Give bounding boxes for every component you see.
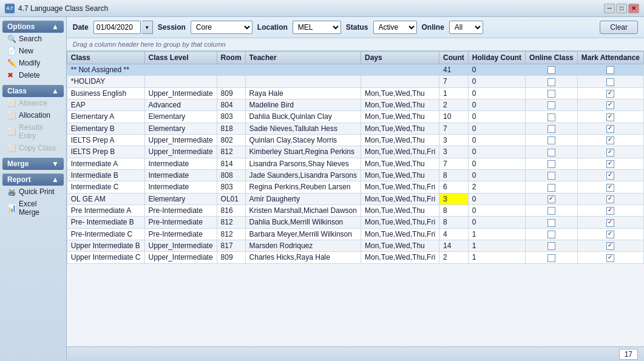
merge-header[interactable]: Merge ▼ — [2, 158, 64, 170]
sidebar-item-delete[interactable]: ✖ Delete — [2, 69, 64, 81]
table-row[interactable]: Pre- Intermediate BPre-Intermediate812Da… — [67, 217, 643, 228]
cell-online[interactable] — [526, 64, 578, 76]
sidebar-item-quickprint[interactable]: 🖨️ Quick Print — [2, 186, 64, 198]
session-select[interactable]: Core — [191, 21, 253, 34]
sidebar-item-search[interactable]: 🔍 Search — [2, 33, 64, 45]
options-header[interactable]: Options ▲ — [2, 21, 64, 33]
col-teacher[interactable]: Teacher — [245, 52, 361, 64]
cell-online[interactable] — [526, 111, 578, 123]
online-checkbox[interactable] — [547, 90, 555, 98]
cell-mark[interactable] — [577, 123, 643, 134]
cell-mark[interactable] — [577, 99, 643, 110]
cell-mark[interactable] — [577, 111, 643, 123]
minimize-button[interactable]: ─ — [604, 4, 615, 13]
location-select[interactable]: MEL — [293, 21, 341, 34]
table-row[interactable]: Elementary AElementary803Dahlia Buck,Qui… — [67, 111, 643, 123]
online-checkbox[interactable] — [547, 125, 555, 133]
cell-online[interactable] — [526, 204, 578, 216]
cell-mark[interactable] — [577, 217, 643, 228]
table-row[interactable]: Upper Intermediate BUpper_Intermediate81… — [67, 240, 643, 251]
cell-mark[interactable] — [577, 252, 643, 263]
col-room[interactable]: Room — [217, 52, 245, 64]
mark-checkbox[interactable] — [606, 113, 614, 121]
sidebar-item-allocation[interactable]: ⬜ Allocation — [2, 109, 64, 121]
cell-online[interactable] — [526, 193, 578, 204]
online-select[interactable]: All — [449, 21, 483, 34]
online-checkbox[interactable] — [547, 149, 555, 157]
online-checkbox[interactable] — [547, 184, 555, 192]
col-online[interactable]: Online Class — [526, 52, 578, 64]
table-row[interactable]: Elementary BElementary818Sadie Nieves,Ta… — [67, 123, 643, 134]
cell-online[interactable] — [526, 123, 578, 134]
online-checkbox[interactable] — [547, 172, 555, 180]
online-checkbox[interactable] — [547, 231, 555, 238]
cell-online[interactable] — [526, 181, 578, 193]
cell-online[interactable] — [526, 99, 578, 110]
cell-mark[interactable] — [577, 134, 643, 146]
cell-online[interactable] — [526, 217, 578, 228]
online-checkbox[interactable] — [547, 219, 555, 227]
table-row[interactable]: Intermediate AIntermediate814Lisandra Pa… — [67, 158, 643, 169]
cell-online[interactable] — [526, 228, 578, 240]
cell-mark[interactable] — [577, 204, 643, 216]
date-input[interactable] — [93, 21, 141, 34]
mark-checkbox[interactable] — [606, 231, 614, 238]
table-row[interactable]: EAPAdvanced804Madeline BirdMon,Tue,Wed,T… — [67, 99, 643, 110]
mark-checkbox[interactable] — [606, 125, 614, 133]
mark-checkbox[interactable] — [606, 149, 614, 157]
mark-checkbox[interactable] — [606, 219, 614, 227]
status-select[interactable]: Active — [373, 21, 417, 34]
online-checkbox[interactable] — [547, 254, 555, 262]
col-days[interactable]: Days — [361, 52, 439, 64]
mark-checkbox[interactable] — [606, 254, 614, 262]
report-header[interactable]: Report ▲ — [2, 174, 64, 186]
table-row[interactable]: ** Not Assigned **410 — [67, 64, 643, 76]
col-class[interactable]: Class — [67, 52, 144, 64]
close-button[interactable]: ✕ — [628, 4, 639, 13]
mark-checkbox[interactable] — [606, 78, 614, 86]
cell-mark[interactable] — [577, 64, 643, 76]
cell-mark[interactable] — [577, 146, 643, 158]
mark-checkbox[interactable] — [606, 242, 614, 250]
mark-checkbox[interactable] — [606, 160, 614, 168]
table-row[interactable]: Pre-Intermediate CPre-Intermediate812Bar… — [67, 228, 643, 240]
cell-online[interactable] — [526, 76, 578, 87]
mark-checkbox[interactable] — [606, 195, 614, 203]
table-container[interactable]: Class Class Level Room Teacher Days Coun… — [67, 51, 644, 346]
col-count[interactable]: Count — [439, 52, 469, 64]
table-row[interactable]: Upper Intermediate CUpper_Intermediate80… — [67, 252, 643, 263]
cell-online[interactable] — [526, 252, 578, 263]
cell-online[interactable] — [526, 134, 578, 146]
table-row[interactable]: Business EnglishUpper_Intermediate809Ray… — [67, 87, 643, 99]
sidebar-item-excel[interactable]: 📊 Excel Merge — [2, 198, 64, 218]
table-row[interactable]: Intermediate BIntermediate808Jade Saunde… — [67, 169, 643, 181]
mark-checkbox[interactable] — [606, 90, 614, 98]
maximize-button[interactable]: □ — [616, 4, 627, 13]
cell-mark[interactable] — [577, 228, 643, 240]
online-checkbox[interactable] — [547, 207, 555, 215]
online-checkbox[interactable] — [547, 195, 555, 203]
clear-button[interactable]: Clear — [600, 21, 638, 34]
cell-online[interactable] — [526, 146, 578, 158]
cell-online[interactable] — [526, 169, 578, 181]
mark-checkbox[interactable] — [606, 184, 614, 192]
mark-checkbox[interactable] — [606, 172, 614, 180]
cell-mark[interactable] — [577, 181, 643, 193]
mark-checkbox[interactable] — [606, 66, 614, 74]
table-row[interactable]: *HOLIDAY70 — [67, 76, 643, 87]
table-row[interactable]: IELTS Prep AUpper_Intermediate802Quinlan… — [67, 134, 643, 146]
online-checkbox[interactable] — [547, 160, 555, 168]
col-holiday-count[interactable]: Holiday Count — [468, 52, 525, 64]
online-checkbox[interactable] — [547, 242, 555, 250]
sidebar-item-modify[interactable]: ✏️ Modify — [2, 57, 64, 69]
cell-online[interactable] — [526, 240, 578, 251]
online-checkbox[interactable] — [547, 101, 555, 109]
mark-checkbox[interactable] — [606, 207, 614, 215]
col-level[interactable]: Class Level — [144, 52, 217, 64]
cell-mark[interactable] — [577, 76, 643, 87]
cell-mark[interactable] — [577, 193, 643, 204]
table-row[interactable]: IELTS Prep BUpper_Intermediate812Kimberl… — [67, 146, 643, 158]
mark-checkbox[interactable] — [606, 101, 614, 109]
table-row[interactable]: OL GE AMElementaryOL01Amir DaughertyMon,… — [67, 193, 643, 204]
date-dropdown-button[interactable]: ▼ — [142, 21, 153, 34]
